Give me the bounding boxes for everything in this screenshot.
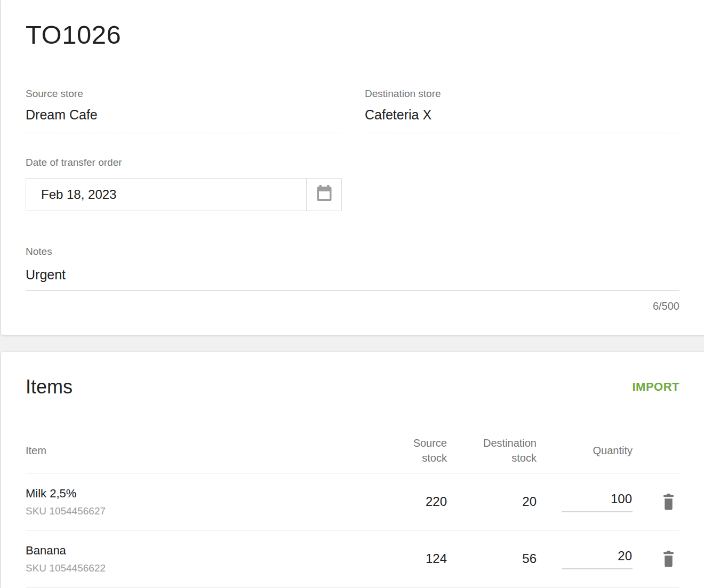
quantity-cell (537, 492, 633, 512)
delete-item-button[interactable] (662, 494, 675, 510)
transfer-date-input[interactable] (26, 179, 306, 211)
source-store-label: Source store (26, 88, 340, 100)
destination-stock-value: 56 (447, 551, 537, 566)
quantity-input[interactable] (562, 549, 633, 569)
transfer-date-section: Date of transfer order (26, 157, 679, 211)
notes-char-counter: 6/500 (26, 300, 679, 312)
table-row: Banana SKU 1054456622 124 56 (26, 530, 679, 587)
delete-item-button[interactable] (662, 551, 675, 567)
stores-row: Source store Dream Cafe Destination stor… (26, 88, 679, 133)
actions-cell (633, 551, 679, 567)
destination-store-value[interactable]: Cafeteria X (365, 107, 679, 123)
source-stock-value: 220 (367, 494, 447, 509)
destination-store-label: Destination store (365, 88, 679, 100)
source-stock-value: 124 (367, 551, 447, 566)
transfer-date-box (26, 178, 342, 211)
table-row: Milk 2,5% SKU 1054456627 220 20 (26, 473, 679, 530)
actions-cell (633, 494, 679, 510)
notes-input[interactable]: Urgent (26, 267, 679, 291)
source-store-value[interactable]: Dream Cafe (26, 107, 340, 123)
item-info: Milk 2,5% SKU 1054456627 (26, 487, 367, 517)
items-table-header: Item Source stock Destination stock Quan… (26, 428, 679, 473)
quantity-input[interactable] (562, 492, 633, 512)
transfer-date-label: Date of transfer order (26, 157, 679, 168)
item-sku: SKU 1054456627 (26, 505, 367, 517)
item-name: Milk 2,5% (26, 487, 367, 501)
page-title: TO1026 (26, 0, 679, 51)
transfer-order-card: TO1026 Source store Dream Cafe Destinati… (1, 0, 704, 335)
item-sku: SKU 1054456622 (26, 562, 367, 574)
column-header-item: Item (26, 443, 367, 458)
item-info: Banana SKU 1054456622 (26, 544, 367, 574)
notes-section: Notes Urgent 6/500 (26, 246, 679, 312)
items-header: Items IMPORT (26, 352, 679, 399)
item-name: Banana (26, 544, 367, 558)
trash-icon (662, 504, 675, 512)
trash-icon (662, 561, 675, 569)
calendar-icon (316, 185, 332, 204)
date-picker-button[interactable] (306, 179, 341, 211)
import-button[interactable]: IMPORT (632, 380, 679, 394)
column-header-source-stock: Source stock (367, 436, 447, 465)
items-card: Items IMPORT Item Source stock Destinati… (1, 352, 704, 588)
items-title: Items (26, 375, 73, 399)
destination-store-field[interactable]: Destination store Cafeteria X (365, 88, 679, 133)
destination-stock-value: 20 (447, 494, 537, 509)
card-gap (0, 335, 704, 352)
column-header-destination-stock: Destination stock (447, 436, 537, 465)
column-header-quantity: Quantity (537, 443, 633, 458)
source-store-field[interactable]: Source store Dream Cafe (26, 88, 340, 133)
quantity-cell (537, 549, 633, 569)
notes-label: Notes (26, 246, 679, 257)
